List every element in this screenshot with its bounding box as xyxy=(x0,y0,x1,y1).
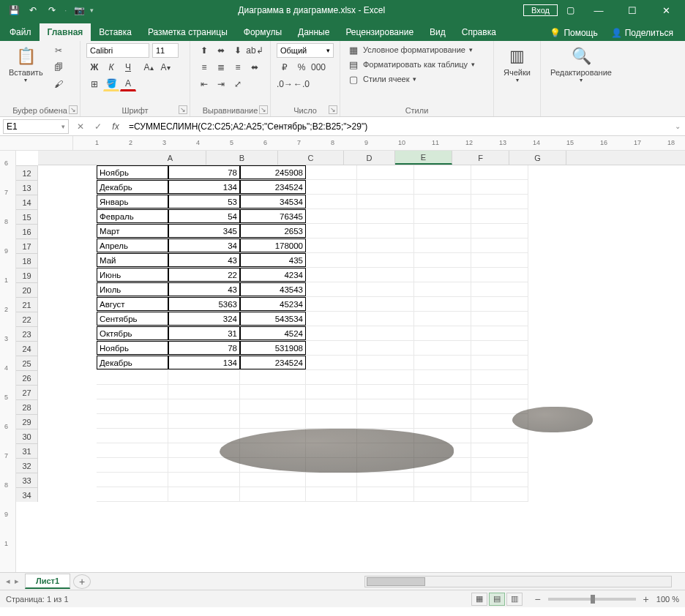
row-header[interactable]: 21 xyxy=(16,297,38,312)
cell[interactable] xyxy=(414,341,471,355)
view-page-layout-icon[interactable]: ▤ xyxy=(489,593,505,606)
row-header[interactable]: 20 xyxy=(16,282,38,297)
cell[interactable]: 78 xyxy=(168,165,240,179)
paste-button[interactable]: 📋 Вставить ▾ xyxy=(6,43,46,85)
cell[interactable] xyxy=(414,195,471,209)
add-sheet-button[interactable]: + xyxy=(73,574,91,589)
clipboard-launcher-icon[interactable]: ↘ xyxy=(69,105,78,114)
qat-dropdown-icon[interactable]: ▾ xyxy=(90,7,94,14)
tab-file[interactable]: Файл xyxy=(1,23,40,41)
alignment-launcher-icon[interactable]: ↘ xyxy=(259,105,268,114)
column-header[interactable]: F xyxy=(452,151,509,165)
fx-icon[interactable]: fx xyxy=(107,119,124,134)
cell[interactable]: Ноябрь xyxy=(97,341,168,355)
cell[interactable]: 22 xyxy=(168,268,240,282)
conditional-format-button[interactable]: ▦ Условное форматирование▾ xyxy=(346,43,487,56)
cell[interactable] xyxy=(471,282,528,296)
cell[interactable]: 543534 xyxy=(240,312,306,326)
cell[interactable] xyxy=(168,385,240,399)
cell[interactable] xyxy=(357,224,414,238)
row-header[interactable]: 12 xyxy=(16,165,38,180)
cell[interactable] xyxy=(414,253,471,267)
align-left-icon[interactable]: ≡ xyxy=(196,60,212,75)
underline-button[interactable]: Ч xyxy=(120,60,136,75)
column-header[interactable]: G xyxy=(509,151,566,165)
decrease-decimal-icon[interactable]: ←.0 xyxy=(293,77,310,91)
tab-page-layout[interactable]: Разметка страницы xyxy=(140,23,236,41)
view-page-break-icon[interactable]: ▥ xyxy=(506,593,523,606)
align-center-icon[interactable]: ≣ xyxy=(213,60,229,75)
cell[interactable] xyxy=(357,180,414,194)
cell[interactable] xyxy=(414,238,471,252)
decrease-indent-icon[interactable]: ⇤ xyxy=(196,77,212,91)
cell[interactable] xyxy=(240,414,306,428)
cell[interactable]: 34534 xyxy=(240,195,306,209)
cell[interactable] xyxy=(306,195,357,209)
font-size-combo[interactable] xyxy=(152,43,179,58)
cell[interactable] xyxy=(357,399,414,413)
cell[interactable] xyxy=(471,370,528,384)
cell[interactable] xyxy=(471,297,528,311)
wrap-text-icon[interactable]: ab↲ xyxy=(247,43,263,58)
shrink-font-icon[interactable]: A▾ xyxy=(157,60,173,75)
cell[interactable] xyxy=(306,253,357,267)
grow-font-icon[interactable]: A▴ xyxy=(141,60,157,75)
percent-icon[interactable]: % xyxy=(293,60,310,75)
cell[interactable] xyxy=(471,165,528,179)
cell[interactable]: 43 xyxy=(168,253,240,267)
column-header[interactable]: C xyxy=(278,151,344,165)
cell[interactable] xyxy=(471,253,528,267)
zoom-label[interactable]: 100 % xyxy=(656,595,679,604)
cell[interactable] xyxy=(471,429,528,443)
cell[interactable] xyxy=(306,341,357,355)
cell[interactable] xyxy=(168,370,240,384)
cell[interactable] xyxy=(357,341,414,355)
column-header[interactable]: B xyxy=(206,151,278,165)
row-header[interactable]: 28 xyxy=(16,399,38,414)
cell[interactable]: 178000 xyxy=(240,238,306,252)
increase-decimal-icon[interactable]: .0→ xyxy=(277,77,293,91)
horizontal-scrollbar[interactable] xyxy=(364,576,672,587)
cut-icon[interactable]: ✂ xyxy=(50,43,67,58)
tab-data[interactable]: Данные xyxy=(290,23,337,41)
cell[interactable] xyxy=(471,443,528,457)
cell[interactable] xyxy=(414,399,471,413)
camera-icon[interactable]: 📷 xyxy=(71,2,87,18)
cell[interactable]: 34 xyxy=(168,238,240,252)
cell[interactable] xyxy=(471,356,528,369)
cell[interactable] xyxy=(357,268,414,282)
italic-button[interactable]: К xyxy=(103,60,119,75)
cell[interactable] xyxy=(414,326,471,340)
cell[interactable] xyxy=(168,429,240,443)
cell[interactable]: 43543 xyxy=(240,282,306,296)
cell[interactable]: 245908 xyxy=(240,165,306,179)
cell[interactable] xyxy=(306,312,357,326)
font-launcher-icon[interactable]: ↘ xyxy=(179,105,187,114)
cell[interactable] xyxy=(357,414,414,428)
increase-indent-icon[interactable]: ⇥ xyxy=(213,77,229,91)
cell[interactable] xyxy=(357,282,414,296)
row-header[interactable]: 24 xyxy=(16,341,38,356)
cell[interactable] xyxy=(97,473,168,487)
row-header[interactable]: 13 xyxy=(16,180,38,195)
cell[interactable] xyxy=(357,385,414,399)
cell[interactable] xyxy=(357,356,414,369)
row-header[interactable]: 19 xyxy=(16,268,38,282)
cell[interactable]: 45234 xyxy=(240,297,306,311)
cell-styles-button[interactable]: ▢ Стили ячеек▾ xyxy=(346,72,487,86)
column-header[interactable]: D xyxy=(344,151,395,165)
cell[interactable]: 31 xyxy=(168,326,240,340)
close-button[interactable]: ✕ xyxy=(650,0,682,20)
cell[interactable] xyxy=(414,297,471,311)
maximize-button[interactable]: ☐ xyxy=(616,0,648,20)
number-format-combo[interactable]: Общий▾ xyxy=(277,43,334,58)
cell[interactable] xyxy=(306,238,357,252)
tab-view[interactable]: Вид xyxy=(422,23,454,41)
share-button[interactable]: 👤Поделиться xyxy=(605,25,679,41)
cell[interactable] xyxy=(306,399,357,413)
cell[interactable] xyxy=(414,385,471,399)
cell[interactable]: Апрель xyxy=(97,238,168,252)
row-header[interactable]: 32 xyxy=(16,458,38,473)
format-as-table-button[interactable]: ▤ Форматировать как таблицу▾ xyxy=(346,58,487,71)
row-header[interactable]: 22 xyxy=(16,312,38,326)
